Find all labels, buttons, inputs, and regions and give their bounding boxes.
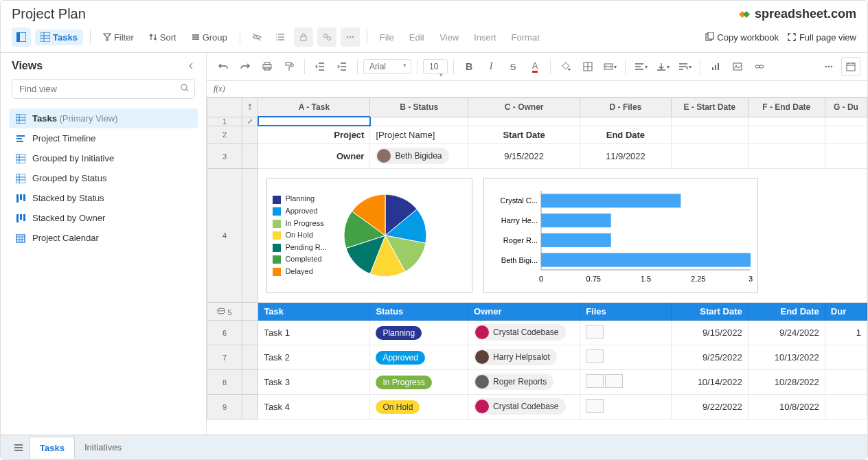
column-header[interactable] — [207, 98, 242, 117]
bold-icon[interactable]: B — [459, 57, 479, 76]
task-name-cell[interactable]: Task 2 — [258, 345, 370, 370]
column-header[interactable]: D - Files — [580, 98, 671, 117]
end-date-cell[interactable]: 10/13/2022 — [748, 345, 825, 370]
toggle-sidebar-button[interactable] — [12, 27, 31, 47]
owner-cell[interactable]: Crystal Codebase — [468, 321, 580, 345]
end-date-cell[interactable]: 10/8/2022 — [748, 395, 825, 419]
task-name-cell[interactable]: Task 3 — [258, 370, 370, 395]
column-header[interactable]: F - End Date — [748, 98, 825, 117]
indent-increase-icon[interactable] — [332, 57, 352, 76]
owner-cell[interactable]: Harry Helpsalot — [468, 345, 580, 370]
menu-insert[interactable]: Insert — [468, 30, 502, 45]
menu-view[interactable]: View — [434, 30, 464, 45]
sort-button[interactable]: Sort — [144, 30, 182, 45]
duration-cell[interactable]: 1 — [825, 321, 867, 345]
bar-chart[interactable]: Crystal C...Harry He...Roger R...Beth Bi… — [483, 178, 758, 293]
lock-icon[interactable] — [294, 27, 313, 47]
files-cell[interactable] — [580, 321, 671, 345]
tasks-view-button[interactable]: Tasks — [35, 30, 83, 45]
owner-chip[interactable]: Roger Reports — [474, 373, 553, 390]
merge-icon[interactable]: ▾ — [600, 57, 619, 76]
text-color-icon[interactable]: A — [525, 57, 545, 76]
pie-chart[interactable]: PlanningApprovedIn ProgressOn HoldPendin… — [266, 178, 472, 293]
link-icon[interactable] — [750, 57, 769, 76]
menu-edit[interactable]: Edit — [404, 30, 430, 45]
sidebar-item-grouped-by-initiative[interactable]: Grouped by Initiative — [9, 148, 198, 168]
column-header[interactable] — [242, 98, 258, 117]
file-thumbnail[interactable] — [586, 399, 604, 413]
end-date-cell[interactable]: 9/24/2022 — [748, 321, 825, 345]
duration-cell[interactable] — [825, 345, 867, 370]
file-thumbnail[interactable] — [586, 349, 604, 363]
start-date-cell[interactable]: 10/14/2022 — [671, 370, 748, 395]
sidebar-item-project-timeline[interactable]: Project Timeline — [9, 128, 198, 148]
paint-format-icon[interactable] — [279, 57, 299, 76]
status-cell[interactable]: Planning — [370, 321, 468, 345]
calendar-icon[interactable] — [841, 57, 860, 76]
filter-button[interactable]: Filter — [98, 30, 139, 45]
indent-decrease-icon[interactable] — [310, 57, 330, 76]
owner-chip[interactable]: Harry Helpsalot — [474, 349, 557, 365]
full-page-button[interactable]: Full page view — [787, 32, 856, 43]
borders-icon[interactable] — [578, 57, 597, 76]
row-number[interactable]: 1 — [207, 117, 242, 126]
start-date-cell[interactable]: 9/15/2022 — [671, 321, 748, 345]
status-cell[interactable]: On Hold — [370, 395, 468, 419]
font-size-select[interactable]: 10 — [423, 59, 448, 74]
expand-icon[interactable]: ⤢ — [242, 117, 258, 126]
print-icon[interactable] — [258, 57, 277, 76]
formula-bar[interactable]: f(x) — [207, 81, 867, 97]
cell-A1[interactable] — [258, 117, 370, 126]
duration-cell[interactable] — [825, 395, 867, 419]
owner-chip[interactable]: Beth Bigidea — [376, 148, 448, 164]
owner-cell[interactable]: Roger Reports — [468, 370, 580, 395]
owner-chip[interactable]: Crystal Codebase — [474, 324, 565, 341]
fill-color-icon[interactable] — [556, 57, 575, 76]
font-select[interactable]: Arial — [363, 59, 411, 74]
owner-chip[interactable]: Crystal Codebase — [474, 398, 565, 415]
chart-icon[interactable] — [706, 57, 725, 76]
align-v-icon[interactable]: ▾ — [653, 57, 672, 76]
spreadsheet-grid[interactable]: A - TaskB - StatusC - OwnerD - FilesE - … — [207, 97, 867, 437]
duration-cell[interactable] — [825, 370, 867, 395]
file-thumbnail[interactable] — [586, 374, 604, 388]
files-cell[interactable] — [580, 370, 671, 395]
tab-tasks[interactable]: Tasks — [30, 437, 75, 459]
start-date-cell[interactable]: 9/22/2022 — [671, 395, 748, 419]
sidebar-item-tasks[interactable]: Tasks (Primary View) — [9, 108, 198, 128]
status-cell[interactable]: Approved — [370, 345, 468, 370]
task-name-cell[interactable]: Task 1 — [258, 321, 370, 345]
group-button[interactable]: Group — [186, 30, 233, 45]
sidebar-item-stacked-by-status[interactable]: Stacked by Status — [9, 188, 198, 208]
column-header[interactable]: C - Owner — [468, 98, 580, 117]
task-name-cell[interactable]: Task 4 — [258, 395, 370, 419]
file-thumbnail[interactable] — [605, 374, 623, 388]
sidebar-item-grouped-by-status[interactable]: Grouped by Status — [9, 168, 198, 188]
collapse-sidebar-icon[interactable] — [187, 62, 195, 70]
menu-format[interactable]: Format — [506, 30, 545, 45]
owner-cell[interactable]: Crystal Codebase — [468, 395, 580, 419]
column-header[interactable]: B - Status — [370, 98, 468, 117]
column-header[interactable]: G - Du — [825, 98, 867, 117]
files-cell[interactable] — [580, 395, 671, 419]
column-header[interactable]: A - Task — [258, 98, 370, 117]
brand-logo[interactable]: spreadsheet.com — [737, 7, 856, 22]
list-icon[interactable] — [271, 27, 290, 47]
sidebar-item-project-calendar[interactable]: Project Calendar — [9, 228, 198, 248]
menu-file[interactable]: File — [374, 30, 400, 45]
more-format-icon[interactable] — [819, 57, 838, 76]
search-input[interactable] — [12, 79, 195, 99]
wrap-icon[interactable]: ▾ — [675, 57, 694, 76]
copy-workbook-button[interactable]: Copy workbook — [705, 32, 779, 43]
sidebar-item-stacked-by-owner[interactable]: Stacked by Owner — [9, 208, 198, 228]
status-cell[interactable]: In Progress — [370, 370, 468, 395]
strikethrough-icon[interactable]: S — [503, 57, 523, 76]
italic-icon[interactable]: I — [481, 57, 501, 76]
end-date-cell[interactable]: 10/28/2022 — [748, 370, 825, 395]
file-thumbnail[interactable] — [586, 325, 604, 338]
files-cell[interactable] — [580, 345, 671, 370]
image-icon[interactable] — [728, 57, 747, 76]
share-icon[interactable] — [317, 27, 336, 47]
sheets-menu-icon[interactable] — [8, 437, 30, 459]
more-icon[interactable] — [341, 27, 360, 47]
